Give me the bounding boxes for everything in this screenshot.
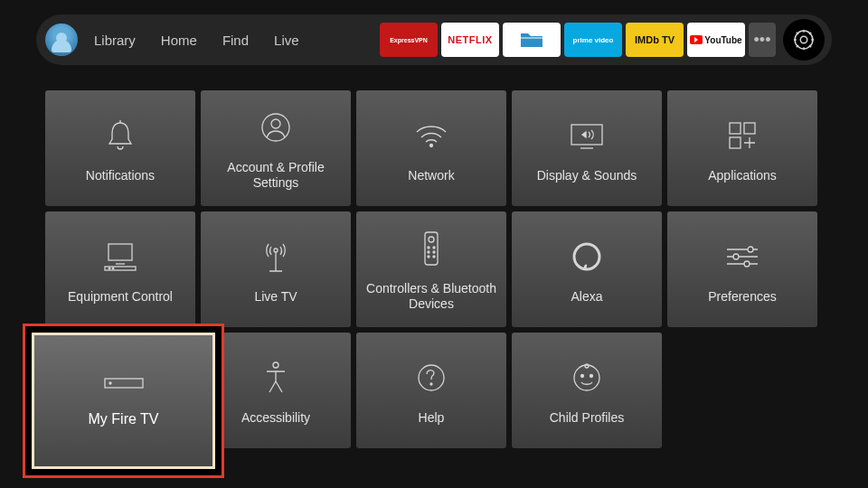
tile-label: Live TV <box>254 289 297 305</box>
svg-point-3 <box>271 119 280 128</box>
tile-preferences[interactable]: Preferences <box>667 211 817 327</box>
tile-label: Display & Sounds <box>537 168 637 183</box>
svg-point-21 <box>433 256 435 258</box>
accessibility-icon <box>261 358 290 398</box>
settings-button[interactable] <box>783 19 825 61</box>
tile-label: Equipment Control <box>68 289 173 305</box>
svg-point-23 <box>748 247 753 252</box>
tile-label: Applications <box>708 168 777 183</box>
tile-my-fire-tv[interactable]: My Fire TV <box>32 333 215 469</box>
app-es-file-explorer[interactable] <box>503 23 561 57</box>
svg-point-4 <box>430 144 433 146</box>
tile-label: Preferences <box>708 289 776 305</box>
child-icon <box>570 358 604 398</box>
svg-point-26 <box>273 362 278 368</box>
focus-highlight: My Fire TV <box>23 324 224 478</box>
svg-point-18 <box>428 251 429 253</box>
svg-point-30 <box>581 374 584 377</box>
remote-icon <box>422 229 440 268</box>
app-prime-video[interactable]: prime video <box>564 23 622 57</box>
svg-point-32 <box>585 364 589 368</box>
tile-equipment-control[interactable]: Equipment Control <box>45 211 195 327</box>
svg-point-15 <box>429 237 434 242</box>
tile-label: Accessibility <box>241 410 310 426</box>
alexa-icon <box>571 237 603 277</box>
equipment-icon <box>101 237 139 277</box>
folder-icon <box>518 30 545 50</box>
tile-account-profile[interactable]: Account & Profile Settings <box>201 90 351 206</box>
tile-label: Account & Profile Settings <box>208 160 344 191</box>
sliders-icon <box>723 237 761 277</box>
tile-display-sounds[interactable]: Display & Sounds <box>512 90 662 206</box>
app-youtube[interactable]: YouTube <box>687 23 745 57</box>
tile-label: Network <box>408 168 454 183</box>
profile-avatar[interactable] <box>45 23 78 56</box>
app-imdb-tv[interactable]: IMDb TV <box>626 23 684 57</box>
svg-rect-9 <box>108 244 132 260</box>
tile-applications[interactable]: Applications <box>667 90 817 206</box>
app-shortcuts: ExpressVPN NETFLIX prime video IMDb TV Y… <box>380 19 825 61</box>
tile-controllers-bluetooth[interactable]: Controllers & Bluetooth Devices <box>356 211 506 327</box>
tile-notifications[interactable]: Notifications <box>45 90 195 206</box>
apps-icon <box>726 116 759 155</box>
tile-label: Alexa <box>571 289 602 305</box>
svg-point-24 <box>733 254 739 259</box>
svg-point-17 <box>433 247 435 249</box>
wifi-icon <box>413 116 449 155</box>
nav-home[interactable]: Home <box>161 33 197 48</box>
svg-point-34 <box>109 382 111 384</box>
tile-label: Help <box>419 410 445 426</box>
app-netflix[interactable]: NETFLIX <box>441 23 499 57</box>
svg-point-11 <box>108 267 110 269</box>
nav-find[interactable]: Find <box>222 33 249 48</box>
help-icon <box>415 358 448 398</box>
svg-point-28 <box>430 383 432 385</box>
svg-point-19 <box>433 251 435 253</box>
tile-child-profiles[interactable]: Child Profiles <box>512 333 662 448</box>
nav-live[interactable]: Live <box>274 33 299 48</box>
svg-point-16 <box>428 247 429 249</box>
svg-rect-5 <box>571 125 602 145</box>
tile-live-tv[interactable]: Live TV <box>201 211 351 327</box>
svg-point-25 <box>744 261 750 267</box>
youtube-label: YouTube <box>704 35 741 45</box>
svg-rect-7 <box>744 123 755 134</box>
svg-point-1 <box>795 31 813 49</box>
svg-point-13 <box>274 249 278 252</box>
antenna-icon <box>260 237 291 277</box>
svg-point-31 <box>590 374 593 377</box>
svg-point-0 <box>800 36 807 42</box>
tile-alexa[interactable]: Alexa <box>512 211 662 327</box>
top-nav-bar: Library Home Find Live ExpressVPN NETFLI… <box>36 14 832 65</box>
more-apps-button[interactable]: ••• <box>749 23 776 57</box>
tile-label: Notifications <box>86 168 155 183</box>
youtube-icon <box>690 35 703 44</box>
tile-label: Child Profiles <box>550 410 624 426</box>
nav-library[interactable]: Library <box>94 33 136 48</box>
svg-point-12 <box>112 267 114 269</box>
svg-point-20 <box>428 256 429 258</box>
svg-point-29 <box>574 365 599 390</box>
gear-icon <box>791 27 816 52</box>
tile-help[interactable]: Help <box>356 333 506 448</box>
display-icon <box>568 116 606 155</box>
svg-rect-6 <box>730 123 741 134</box>
nav-links: Library Home Find Live <box>94 33 299 48</box>
tile-network[interactable]: Network <box>356 90 506 206</box>
tile-label: My Fire TV <box>89 411 159 427</box>
bell-icon <box>105 116 136 155</box>
svg-rect-8 <box>730 137 741 148</box>
tile-label: Controllers & Bluetooth Devices <box>363 281 499 312</box>
profile-icon <box>259 108 292 147</box>
firetv-icon <box>101 375 146 395</box>
app-expressvpn[interactable]: ExpressVPN <box>380 23 438 57</box>
